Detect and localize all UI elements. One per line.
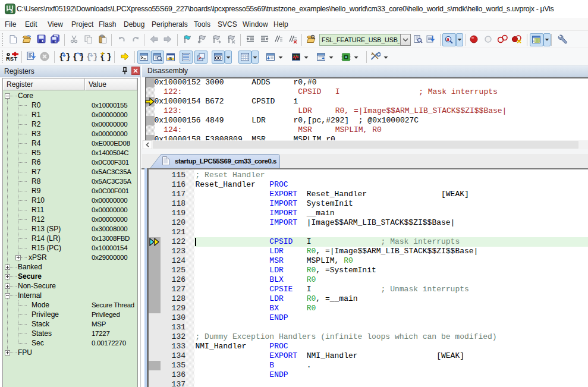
svg-text:{: { xyxy=(86,52,92,61)
svg-text:}: } xyxy=(106,52,111,61)
svg-text:a: a xyxy=(446,36,449,42)
svg-text:}: } xyxy=(65,52,70,61)
svg-text:RST: RST xyxy=(6,55,17,62)
svg-text:}: } xyxy=(93,52,97,61)
svg-text:{: { xyxy=(73,52,78,61)
svg-text:5: 5 xyxy=(11,9,13,14)
svg-text:{: { xyxy=(59,52,64,61)
svg-text:S: S xyxy=(169,56,172,61)
